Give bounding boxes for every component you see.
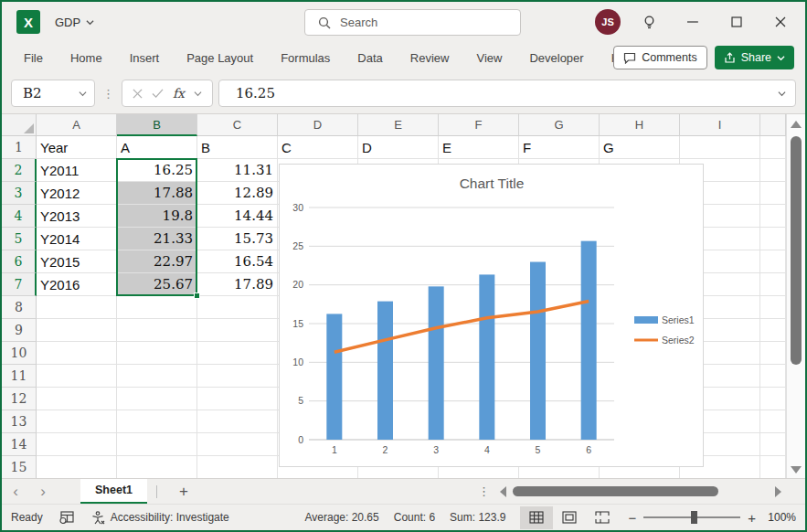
cell-A2[interactable]: Y2011 [37, 159, 117, 182]
cell-partial-4[interactable] [760, 205, 786, 228]
zoom-out-button[interactable]: − [628, 510, 636, 526]
horizontal-scroll-thumb[interactable] [513, 486, 718, 496]
cell-C13[interactable] [197, 410, 278, 433]
cell-B2[interactable]: 16.25 [117, 159, 197, 182]
cell-partial-14[interactable] [760, 433, 786, 456]
cell-C10[interactable] [197, 342, 278, 365]
cell-A13[interactable] [37, 410, 117, 433]
cell-A4[interactable]: Y2013 [37, 205, 117, 228]
cell-partial-1[interactable] [760, 136, 786, 159]
cell-B12[interactable] [117, 388, 197, 410]
cell-D1[interactable]: C [278, 136, 358, 159]
cell-partial-11[interactable] [760, 365, 786, 388]
zoom-thumb[interactable] [691, 511, 697, 524]
workbook-title[interactable]: GDP [55, 16, 94, 29]
accessibility-status[interactable]: Accessibility: Investigate [90, 511, 229, 525]
scroll-right-icon[interactable] [775, 486, 781, 497]
col-header-G[interactable]: G [519, 114, 600, 136]
cell-A8[interactable] [37, 296, 117, 319]
cell-G1[interactable]: F [519, 136, 600, 159]
next-sheet-icon[interactable]: › [29, 483, 57, 501]
add-sheet-button[interactable]: + [166, 483, 201, 501]
chart-title[interactable]: Chart Title [460, 176, 525, 191]
row-header-14[interactable]: 14 [2, 433, 37, 456]
cell-F1[interactable]: E [439, 136, 519, 159]
row-header-6[interactable]: 6 [2, 250, 37, 273]
cell-B10[interactable] [117, 342, 197, 365]
formula-input[interactable]: 16.25 [218, 80, 796, 107]
page-layout-view-button[interactable] [553, 506, 586, 529]
cell-partial-15[interactable] [760, 456, 786, 478]
cell-C12[interactable] [197, 388, 278, 410]
row-header-7[interactable]: 7 [2, 273, 37, 296]
col-header-B[interactable]: B [117, 114, 197, 136]
row-header-10[interactable]: 10 [2, 342, 37, 365]
cell-C8[interactable] [197, 296, 278, 319]
cell-A9[interactable] [37, 319, 117, 342]
cell-partial-7[interactable] [760, 273, 786, 296]
cell-B11[interactable] [117, 365, 197, 388]
col-header-H[interactable]: H [600, 114, 680, 136]
cell-partial-9[interactable] [760, 319, 786, 342]
sheet-tab-sheet1[interactable]: Sheet1 [80, 479, 147, 505]
col-header-partial[interactable] [760, 114, 786, 136]
zoom-in-button[interactable]: + [748, 510, 756, 526]
cell-A11[interactable] [37, 365, 117, 388]
cell-partial-12[interactable] [760, 388, 786, 410]
cell-partial-3[interactable] [760, 182, 786, 205]
minimize-button[interactable] [677, 6, 708, 37]
ribbon-tab-developer[interactable]: Developer [527, 48, 585, 69]
cell-A6[interactable]: Y2015 [37, 250, 117, 273]
line-series2[interactable] [334, 302, 589, 353]
ribbon-tab-page-layout[interactable]: Page Layout [185, 48, 255, 69]
select-all-corner[interactable] [2, 114, 37, 136]
cell-C15[interactable] [197, 456, 278, 478]
cell-B8[interactable] [117, 296, 197, 319]
row-header-5[interactable]: 5 [2, 228, 37, 250]
cell-B15[interactable] [117, 456, 197, 478]
cell-A5[interactable]: Y2014 [37, 228, 117, 250]
close-button[interactable] [765, 6, 796, 37]
bar-series1-point-6[interactable] [581, 241, 597, 440]
scroll-up-icon[interactable] [791, 121, 802, 128]
bar-series1-point-5[interactable] [530, 262, 546, 440]
ribbon-tab-data[interactable]: Data [356, 48, 384, 69]
ribbon-tab-insert[interactable]: Insert [128, 48, 162, 69]
lightbulb-icon[interactable] [633, 6, 664, 37]
cell-B13[interactable] [117, 410, 197, 433]
cell-B14[interactable] [117, 433, 197, 456]
col-header-C[interactable]: C [197, 114, 278, 136]
row-header-12[interactable]: 12 [2, 388, 37, 410]
cell-B7[interactable]: 25.67 [117, 273, 197, 296]
cell-C3[interactable]: 12.89 [197, 182, 278, 205]
bar-series1-point-2[interactable] [377, 302, 393, 440]
status-average[interactable]: Average: 20.65 [305, 511, 379, 524]
cell-C14[interactable] [197, 433, 278, 456]
zoom-level[interactable]: 100% [761, 511, 796, 524]
cell-partial-13[interactable] [760, 410, 786, 433]
prev-sheet-icon[interactable]: ‹ [2, 483, 29, 501]
col-header-D[interactable]: D [278, 114, 358, 136]
col-header-A[interactable]: A [37, 114, 117, 136]
bar-series1-point-1[interactable] [326, 314, 342, 440]
share-button[interactable]: Share [715, 46, 794, 69]
ribbon-tab-formulas[interactable]: Formulas [279, 48, 332, 69]
comments-button[interactable]: Comments [613, 46, 706, 69]
ribbon-tab-home[interactable]: Home [69, 48, 104, 69]
cell-A12[interactable] [37, 388, 117, 410]
row-header-15[interactable]: 15 [2, 456, 37, 478]
cancel-entry-icon[interactable] [133, 89, 143, 99]
legend-label-series2[interactable]: Series2 [662, 335, 695, 346]
cell-A10[interactable] [37, 342, 117, 365]
cell-C5[interactable]: 15.73 [197, 228, 278, 250]
status-sum[interactable]: Sum: 123.9 [450, 511, 505, 524]
cell-C6[interactable]: 16.54 [197, 250, 278, 273]
cell-B1[interactable]: A [117, 136, 197, 159]
scroll-down-icon[interactable] [791, 466, 802, 473]
formula-bar-expand-icon[interactable] [778, 90, 786, 98]
bar-series1-point-3[interactable] [429, 286, 444, 440]
row-header-3[interactable]: 3 [2, 182, 37, 205]
cell-A7[interactable]: Y2016 [37, 273, 117, 296]
drag-handle-dots-icon[interactable]: ⋮ [101, 87, 116, 101]
cell-C1[interactable]: B [197, 136, 278, 159]
